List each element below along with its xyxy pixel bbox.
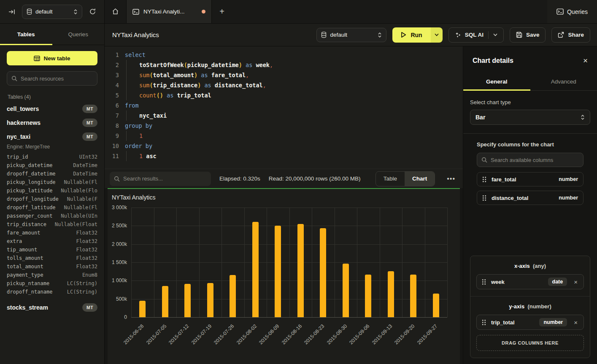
column-row: total_amountFloat32 xyxy=(7,262,97,271)
column-type: Enum8 xyxy=(82,271,97,279)
elapsed-stat: Elapsed: 0.320s xyxy=(219,175,260,182)
x-tick-label: 2015-08-30 xyxy=(326,323,348,345)
results-search[interactable] xyxy=(110,172,211,186)
view-toggle-table[interactable]: Table xyxy=(376,172,405,186)
unsaved-dot-icon xyxy=(202,10,205,13)
bar[interactable] xyxy=(162,286,168,317)
column-row: fare_amountFloat32 xyxy=(7,229,97,237)
sql-ai-button[interactable]: SQL AI xyxy=(448,27,504,43)
run-button[interactable]: Run xyxy=(392,27,430,43)
x-tick-label: 2015-06-28 xyxy=(122,323,145,345)
new-tab-button[interactable]: + xyxy=(212,0,232,23)
drag-columns-dropzone[interactable]: DRAG COLUMNS HERE xyxy=(476,335,584,351)
columns-search[interactable] xyxy=(477,153,583,167)
x-tick-label: 2015-07-12 xyxy=(167,323,190,345)
sidebar-tab-queries[interactable]: Queries xyxy=(52,24,105,45)
code-line: 10order by xyxy=(105,141,463,151)
table-row[interactable]: cell_towersMT xyxy=(7,102,97,116)
refresh-button[interactable] xyxy=(86,6,98,18)
sql-editor[interactable]: 1select2toStartOfWeek(pickup_datetime) a… xyxy=(105,46,463,169)
token: toStartOfWeek xyxy=(139,62,184,68)
queries-button[interactable]: Queries xyxy=(556,8,588,15)
code-line: 7nyc_taxi xyxy=(105,111,463,121)
tab-nytaxi-analytics[interactable]: NYTaxi Analyti... xyxy=(127,0,212,23)
remove-column-button[interactable]: × xyxy=(572,319,579,326)
bar[interactable] xyxy=(230,275,236,317)
code-text: order by xyxy=(125,141,152,151)
query-toolbar: NYTaxi Analytics default xyxy=(105,24,597,46)
gridline-v xyxy=(289,208,290,317)
line-number: 11 xyxy=(105,151,119,161)
bar[interactable] xyxy=(410,275,416,317)
gridline-v xyxy=(131,208,132,317)
column-type: Float32 xyxy=(76,245,97,254)
bar[interactable] xyxy=(297,224,304,317)
table-row[interactable]: hackernewsMT xyxy=(7,116,97,129)
table-grid-icon xyxy=(34,56,40,61)
drag-handle-icon[interactable] xyxy=(482,319,486,326)
bar[interactable] xyxy=(207,283,213,317)
column-type-badge: number xyxy=(539,318,567,326)
column-row: extraFloat32 xyxy=(7,237,97,245)
specify-columns-label: Specify columns for the chart xyxy=(477,141,583,148)
search-icon xyxy=(11,75,17,81)
axis-column-item[interactable]: trip_totalnumber× xyxy=(476,315,584,330)
close-icon: × xyxy=(583,56,588,65)
engine-badge: MT xyxy=(82,119,97,127)
tab-advanced[interactable]: Advanced xyxy=(530,73,597,90)
collapse-sidebar-button[interactable] xyxy=(6,6,18,18)
remove-column-button[interactable]: × xyxy=(572,278,579,286)
token: trip_distance xyxy=(153,82,198,89)
refresh-icon xyxy=(89,8,96,15)
bar[interactable] xyxy=(184,284,191,317)
sidebar-search[interactable] xyxy=(7,71,97,86)
column-name: dropoff_longitude xyxy=(7,195,59,203)
query-database-selector[interactable]: default xyxy=(316,28,386,42)
table-row[interactable]: nyc_taxiMT xyxy=(7,129,97,143)
tab-label: NYTaxi Analyti... xyxy=(143,8,185,15)
bar[interactable] xyxy=(139,301,146,317)
share-button[interactable]: Share xyxy=(551,27,590,43)
bar[interactable] xyxy=(275,226,281,317)
chevron-down-icon[interactable] xyxy=(493,33,497,36)
more-options-button[interactable]: ••• xyxy=(443,175,459,183)
sidebar-search-input[interactable] xyxy=(21,75,93,82)
bar[interactable] xyxy=(343,264,349,317)
token: week xyxy=(256,62,270,68)
token: , xyxy=(270,62,273,68)
chart-type-selector[interactable]: Bar xyxy=(470,110,590,125)
close-panel-button[interactable]: × xyxy=(583,57,588,65)
bar[interactable] xyxy=(433,294,439,317)
bar[interactable] xyxy=(252,222,259,317)
column-name: tip_amount xyxy=(7,245,37,254)
columns-search-input[interactable] xyxy=(491,157,579,163)
gridline-v xyxy=(312,208,312,317)
results-search-input[interactable] xyxy=(123,175,207,182)
tab-home[interactable] xyxy=(105,0,127,23)
bar[interactable] xyxy=(365,275,371,317)
axis-column-item[interactable]: weekdate× xyxy=(476,274,584,289)
y-tick-label: 500k xyxy=(116,296,127,302)
column-type: DateTime xyxy=(73,161,97,170)
available-column-item[interactable]: fare_totalnumber xyxy=(477,172,583,186)
new-table-button[interactable]: New table xyxy=(7,51,97,65)
database-selector[interactable]: default xyxy=(22,5,82,19)
available-column-item[interactable]: distance_totalnumber xyxy=(477,191,583,205)
token: ) xyxy=(239,62,242,68)
token: order by xyxy=(125,143,152,149)
table-row[interactable]: stocks_streamMT xyxy=(7,300,97,314)
bar[interactable] xyxy=(388,271,394,317)
drag-handle-icon[interactable] xyxy=(482,195,486,201)
sidebar-tab-tables[interactable]: Tables xyxy=(0,24,52,45)
bar[interactable] xyxy=(320,228,326,317)
x-tick-label: 2015-08-09 xyxy=(258,323,280,345)
view-toggle-chart[interactable]: Chart xyxy=(405,172,435,186)
save-button[interactable]: Save xyxy=(510,27,546,43)
bar-chart[interactable]: 0500k1 000k1 500k2 000k2 500k3 000k2015-… xyxy=(131,208,447,318)
run-options-button[interactable] xyxy=(431,27,443,43)
gridline-v xyxy=(357,208,357,317)
column-row: pickup_latitudeNullable(Flo xyxy=(7,186,97,195)
drag-handle-icon[interactable] xyxy=(482,279,486,285)
tab-general[interactable]: General xyxy=(463,73,530,90)
drag-handle-icon[interactable] xyxy=(482,176,486,183)
